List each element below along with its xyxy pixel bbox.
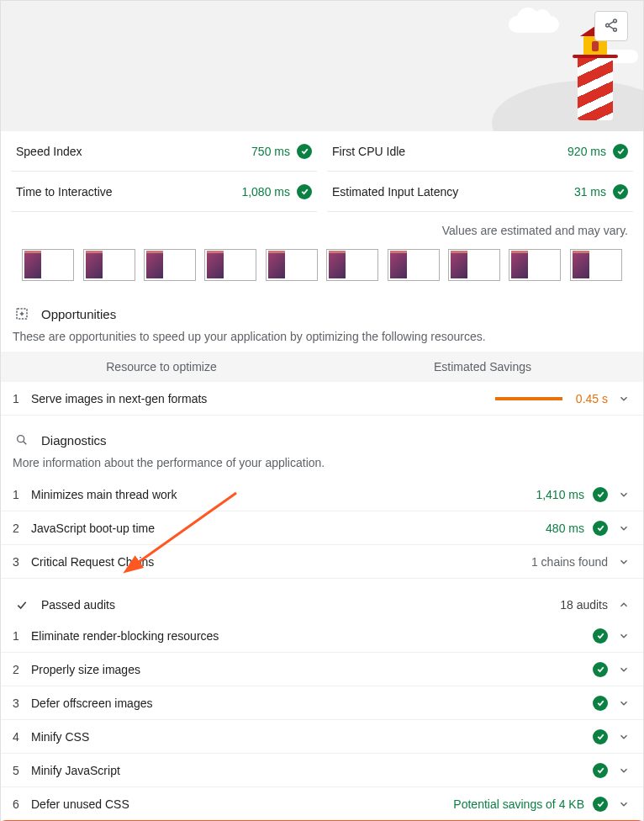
metric-value: 920 ms <box>567 145 606 158</box>
diagnostics-header: Diagnostics <box>1 426 643 454</box>
metric-value: 31 ms <box>574 185 606 199</box>
opportunities-icon <box>13 305 31 323</box>
row-title: Defer unused CSS <box>31 797 453 811</box>
check-icon <box>297 184 312 199</box>
row-value: 1 chains found <box>531 555 608 569</box>
metric-label: First CPU Idle <box>332 145 405 158</box>
report-header <box>1 1 643 131</box>
share-icon <box>604 18 619 35</box>
svg-line-4 <box>609 25 614 28</box>
check-icon <box>297 144 312 159</box>
row-index: 1 <box>13 392 31 405</box>
row-index: 2 <box>13 522 31 535</box>
row-title: Minify JavaScript <box>31 764 593 777</box>
passed-audit-row[interactable]: 6 Defer unused CSS Potential savings of … <box>1 787 643 821</box>
search-icon <box>13 431 31 449</box>
row-index: 1 <box>13 488 31 501</box>
chevron-down-icon[interactable] <box>616 662 631 677</box>
diagnostic-row[interactable]: 1 Minimizes main thread work 1,410 ms <box>1 478 643 511</box>
chevron-up-icon[interactable] <box>616 597 631 612</box>
metrics-grid: Speed Index 750 ms Time to Interactive 1… <box>1 131 643 212</box>
passed-audits-header[interactable]: Passed audits 18 audits <box>1 587 643 619</box>
svg-point-8 <box>18 436 24 442</box>
metric-input-latency: Estimated Input Latency 31 ms <box>327 172 633 212</box>
passed-audit-row[interactable]: 5 Minify JavaScript <box>1 754 643 787</box>
filmstrip-frame <box>448 249 500 281</box>
check-icon <box>593 628 608 644</box>
col-savings: Estimated Savings <box>322 360 643 373</box>
row-index: 3 <box>13 697 31 710</box>
metric-label: Estimated Input Latency <box>332 185 458 199</box>
row-index: 6 <box>13 797 31 811</box>
metric-speed-index: Speed Index 750 ms <box>11 131 317 172</box>
passed-audit-row[interactable]: 1 Eliminate render-blocking resources <box>1 619 643 653</box>
filmstrip-frame <box>509 249 561 281</box>
filmstrip-frame <box>266 249 318 281</box>
metric-label: Speed Index <box>16 145 82 158</box>
row-index: 4 <box>13 730 31 744</box>
chevron-down-icon[interactable] <box>616 797 631 812</box>
metric-label: Time to Interactive <box>16 185 113 199</box>
filmstrip-frame <box>204 249 256 281</box>
check-icon <box>593 696 608 711</box>
opportunity-row[interactable]: 1 Serve images in next-gen formats 0.45 … <box>1 382 643 416</box>
row-title: Minimizes main thread work <box>31 488 536 501</box>
chevron-down-icon[interactable] <box>616 696 631 711</box>
cloud-decoration <box>509 16 559 33</box>
section-title: Diagnostics <box>41 433 107 448</box>
row-title: Properly size images <box>31 663 593 676</box>
check-icon <box>593 797 608 812</box>
svg-line-9 <box>24 442 27 445</box>
row-title: Eliminate render-blocking resources <box>31 629 593 643</box>
col-resource: Resource to optimize <box>1 360 322 373</box>
chevron-down-icon[interactable] <box>616 729 631 744</box>
chevron-down-icon[interactable] <box>616 487 631 502</box>
metric-first-cpu-idle: First CPU Idle 920 ms <box>327 131 633 172</box>
chevron-down-icon[interactable] <box>616 554 631 569</box>
check-icon <box>593 521 608 536</box>
metric-value: 1,080 ms <box>241 185 290 199</box>
estimated-note: Values are estimated and may vary. <box>1 212 643 244</box>
row-index: 1 <box>13 629 31 643</box>
passed-audit-row[interactable]: 2 Properly size images <box>1 653 643 686</box>
passed-audit-row[interactable]: 4 Minify CSS <box>1 720 643 754</box>
check-icon <box>593 763 608 778</box>
hill-decoration <box>492 81 643 131</box>
row-index: 3 <box>13 555 31 569</box>
row-title: Defer offscreen images <box>31 697 593 710</box>
metric-value: 750 ms <box>251 145 290 158</box>
filmstrip <box>1 244 643 299</box>
section-desc: More information about the performance o… <box>1 454 643 478</box>
svg-line-3 <box>609 21 614 24</box>
chevron-down-icon[interactable] <box>616 521 631 536</box>
passed-count: 18 audits <box>560 598 608 612</box>
filmstrip-frame <box>144 249 196 281</box>
row-note: Potential savings of 4 KB <box>453 797 584 811</box>
savings-bar <box>495 397 562 400</box>
row-index: 2 <box>13 663 31 676</box>
diagnostic-row[interactable]: 3 Critical Request Chains 1 chains found <box>1 545 643 579</box>
chevron-down-icon[interactable] <box>616 628 631 644</box>
row-index: 5 <box>13 764 31 777</box>
share-button[interactable] <box>594 11 628 41</box>
check-icon <box>593 487 608 502</box>
section-title: Passed audits <box>41 598 115 612</box>
diagnostic-row[interactable]: 2 JavaScript boot-up time 480 ms <box>1 511 643 545</box>
check-icon <box>13 596 31 614</box>
section-desc: These are opportunities to speed up your… <box>1 328 643 352</box>
chevron-down-icon[interactable] <box>616 391 631 406</box>
filmstrip-frame <box>22 249 74 281</box>
opportunities-table-head: Resource to optimize Estimated Savings <box>1 352 643 382</box>
savings-value: 0.45 s <box>576 392 608 405</box>
row-title: Serve images in next-gen formats <box>31 392 495 405</box>
svg-point-0 <box>614 19 617 22</box>
opportunities-header: Opportunities <box>1 299 643 328</box>
chevron-down-icon[interactable] <box>616 763 631 778</box>
filmstrip-frame <box>83 249 135 281</box>
passed-audit-row[interactable]: 3 Defer offscreen images <box>1 686 643 720</box>
check-icon <box>593 662 608 677</box>
row-value: 1,410 ms <box>536 488 584 501</box>
row-value: 480 ms <box>546 522 584 535</box>
filmstrip-frame <box>388 249 440 281</box>
row-title: Critical Request Chains <box>31 555 531 569</box>
